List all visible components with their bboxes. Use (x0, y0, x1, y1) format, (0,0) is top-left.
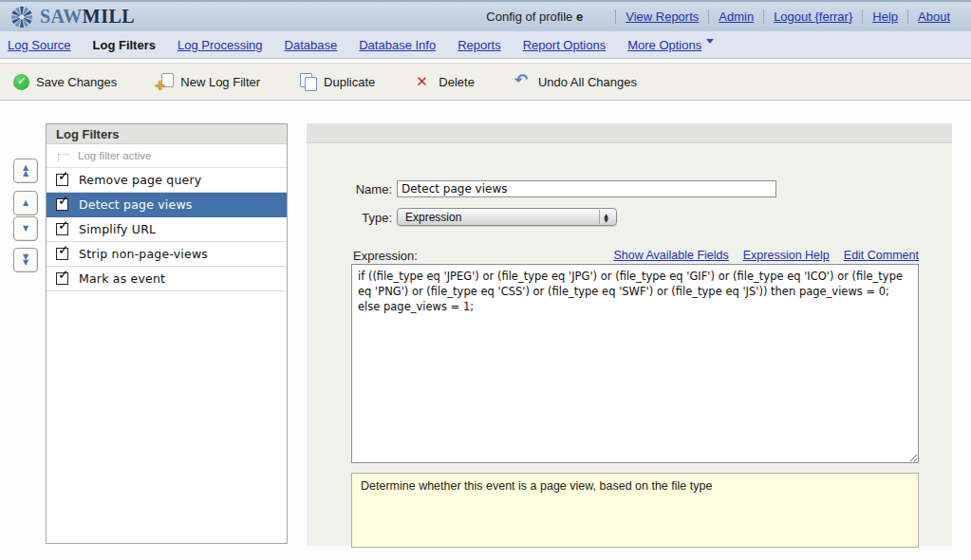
log-filter-label: Strip non-page-views (79, 247, 208, 261)
delete-label: Delete (439, 75, 475, 89)
select-stepper-icon: ▲▼ (599, 210, 612, 224)
type-select-value: Expression (405, 211, 461, 224)
logo-mill: MILL (83, 6, 135, 27)
save-changes-button[interactable]: Save Changes (13, 74, 117, 90)
log-filter-row[interactable]: Simplify URL (47, 217, 287, 242)
log-filter-row[interactable]: Remove page query (47, 168, 287, 193)
log-filter-label: Remove page query (79, 173, 201, 187)
filter-editor-panel: Name: Type: Expression ▲▼ Expression: Sh… (307, 123, 952, 546)
navbar: Log Source Log Filters Log Processing Da… (0, 31, 971, 59)
nav-item-log-filters[interactable]: Log Filters (93, 38, 156, 52)
new-log-filter-button[interactable]: New Log Filter (157, 73, 260, 90)
topbar-links: View Reports Admin Logout {ferrar} Help … (615, 9, 960, 24)
log-filter-row[interactable]: Detect page views (47, 193, 287, 217)
logo-text: SAWMILL (40, 6, 135, 28)
about-link[interactable]: About (907, 9, 960, 24)
help-link[interactable]: Help (862, 9, 907, 24)
filter-checkbox[interactable] (56, 198, 68, 211)
delete-button[interactable]: Delete (415, 73, 475, 90)
filter-checkbox[interactable] (56, 248, 68, 260)
expression-textarea[interactable]: if ((file_type eq 'JPEG') or (file_type … (351, 264, 919, 463)
nav-item-reports[interactable]: Reports (457, 38, 501, 52)
expression-links: Show Available Fields Expression Help Ed… (613, 249, 919, 262)
config-profile-name: e (576, 9, 583, 24)
log-filter-active-label: Log filter active (78, 150, 151, 161)
comment-box: Determine whether this event is a page v… (351, 473, 919, 548)
nav-item-log-source[interactable]: Log Source (8, 38, 71, 52)
filter-checkbox[interactable] (56, 272, 68, 285)
name-input[interactable] (397, 180, 776, 197)
log-filter-label: Detect page views (79, 197, 193, 212)
type-label: Type: (307, 211, 392, 225)
delete-x-icon (415, 73, 432, 90)
nav-item-more-options[interactable]: More Options (627, 38, 714, 52)
filter-checkbox[interactable] (56, 223, 68, 235)
logo-saw: SAW (40, 6, 83, 27)
config-profile-prefix: Config of profile (486, 9, 572, 24)
nav-item-report-options[interactable]: Report Options (523, 38, 606, 52)
topbar: SAWMILL Config of profile e View Reports… (0, 0, 971, 31)
new-plus-icon (157, 73, 174, 90)
log-filters-panel-title: Log Filters (47, 124, 287, 144)
sawmill-burst-icon (9, 5, 34, 29)
tree-dotted-icon (58, 154, 69, 161)
log-filter-row[interactable]: Mark as event (47, 267, 287, 291)
log-filter-row[interactable]: Strip non-page-views (47, 242, 287, 267)
new-log-filter-label: New Log Filter (180, 75, 260, 89)
expression-label: Expression: (353, 249, 418, 263)
duplicate-label: Duplicate (324, 75, 375, 89)
edit-comment-link[interactable]: Edit Comment (844, 249, 919, 262)
logout-link[interactable]: Logout {ferrar} (763, 9, 862, 24)
editor-panel-header (307, 123, 952, 143)
save-changes-label: Save Changes (36, 75, 117, 89)
move-down-button[interactable] (13, 216, 38, 241)
config-profile-title: Config of profile e (486, 9, 583, 24)
undo-all-changes-label: Undo All Changes (538, 75, 637, 89)
filter-checkbox[interactable] (56, 174, 68, 186)
log-filters-panel: Log Filters Log filter active Remove pag… (46, 123, 288, 544)
type-select[interactable]: Expression ▲▼ (397, 208, 617, 226)
save-check-icon (13, 74, 29, 90)
duplicate-pages-icon (300, 73, 317, 90)
log-filter-label: Simplify URL (79, 222, 156, 236)
nav-item-log-processing[interactable]: Log Processing (177, 38, 263, 52)
show-available-fields-link[interactable]: Show Available Fields (613, 249, 728, 262)
expression-help-link[interactable]: Expression Help (743, 249, 830, 262)
move-to-top-button[interactable] (13, 159, 38, 183)
log-filter-active-header: Log filter active (47, 144, 287, 168)
editor-body: Name: Type: Expression ▲▼ Expression: Sh… (307, 143, 952, 546)
undo-arrow-icon (514, 73, 532, 90)
view-reports-link[interactable]: View Reports (616, 9, 708, 24)
sawmill-logo: SAWMILL (9, 5, 135, 29)
move-to-bottom-button[interactable] (13, 248, 38, 272)
duplicate-button[interactable]: Duplicate (300, 73, 375, 90)
undo-all-changes-button[interactable]: Undo All Changes (514, 73, 637, 90)
nav-item-database[interactable]: Database (285, 38, 338, 52)
move-up-button[interactable] (13, 191, 38, 215)
toolbar: Save Changes New Log Filter Duplicate De… (0, 63, 971, 101)
admin-link[interactable]: Admin (708, 9, 763, 24)
nav-item-database-info[interactable]: Database Info (359, 38, 436, 52)
name-label: Name: (307, 182, 392, 196)
log-filter-label: Mark as event (79, 271, 165, 286)
